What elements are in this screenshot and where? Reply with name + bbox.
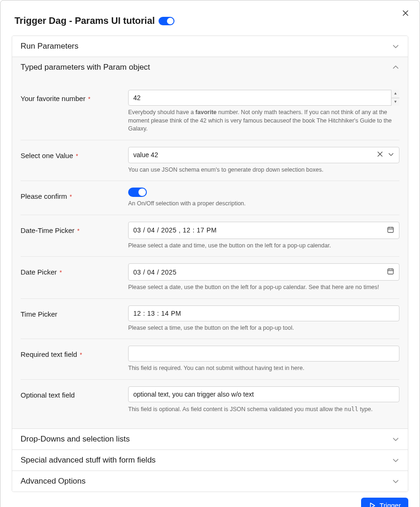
required-text-input[interactable] — [128, 346, 399, 362]
section-title: Drop-Downs and selection lists — [21, 435, 130, 444]
row-time: Time Picker 12 : 13 : 14 PM Please selec… — [21, 298, 399, 339]
field-helper: Please select a time, use the button on … — [128, 324, 399, 333]
trigger-dag-modal: Trigger Dag - Params UI tutorial Run Par… — [0, 0, 420, 507]
close-icon — [402, 10, 409, 18]
row-required-text: Required text field * This field is requ… — [21, 339, 399, 379]
field-label: Required text field * — [21, 346, 128, 358]
svg-rect-0 — [388, 227, 393, 232]
section-dropdowns[interactable]: Drop-Downs and selection lists — [12, 428, 408, 449]
field-helper: This field is required. You can not subm… — [128, 364, 399, 373]
modal-title: Trigger Dag - Params UI tutorial — [14, 15, 155, 26]
field-helper: This field is optional. As field content… — [128, 405, 399, 414]
number-spinner: ▲ ▼ — [391, 90, 399, 106]
spinner-down-button[interactable]: ▼ — [391, 98, 399, 106]
required-marker: * — [87, 95, 91, 102]
trigger-button[interactable]: Trigger — [361, 498, 408, 507]
section-title: Typed parameters with Param object — [21, 63, 150, 72]
clear-icon[interactable] — [377, 151, 383, 159]
field-helper: You can use JSON schema enum's to genera… — [128, 166, 399, 174]
play-icon — [369, 502, 376, 507]
section-special[interactable]: Special advanced stuff with form fields — [12, 449, 408, 471]
row-favorite-number: Your favorite number * ▲ ▼ — [21, 83, 399, 140]
time-input[interactable]: 12 : 13 : 14 PM — [128, 305, 399, 321]
row-confirm: Please confirm * An On/Off selection wit… — [21, 181, 399, 215]
confirm-toggle[interactable] — [128, 188, 147, 197]
optional-text-input[interactable] — [128, 386, 399, 402]
field-label: Optional text field — [21, 386, 128, 399]
trigger-label: Trigger — [380, 502, 401, 507]
chevron-down-icon — [392, 456, 399, 464]
section-title: Special advanced stuff with form fields — [21, 456, 156, 465]
chevron-down-icon — [392, 43, 399, 50]
accordion: Run Parameters Typed parameters with Par… — [12, 36, 408, 492]
calendar-icon[interactable] — [387, 268, 394, 276]
required-marker: * — [74, 152, 78, 159]
section-advanced-options[interactable]: Advanced Options — [12, 471, 408, 492]
chevron-down-icon — [392, 478, 399, 485]
datetime-input[interactable]: 03 / 04 / 2025 , 12 : 17 PM — [128, 222, 399, 239]
field-helper: Everybody should have a favorite number.… — [128, 109, 399, 133]
row-optional-text: Optional text field This field is option… — [21, 379, 399, 420]
chevron-down-icon — [392, 435, 399, 443]
svg-rect-1 — [388, 269, 393, 274]
section-typed-body: Your favorite number * ▲ ▼ — [12, 78, 408, 428]
field-label: Time Picker — [21, 305, 128, 318]
favorite-number-input[interactable] — [128, 90, 399, 106]
field-label: Please confirm * — [21, 188, 128, 200]
required-marker: * — [68, 193, 72, 200]
field-helper: Please select a date and time, use the b… — [128, 242, 399, 250]
chevron-down-icon — [388, 151, 394, 159]
row-datetime: Date-Time Picker * 03 / 04 / 2025 , 12 :… — [21, 215, 399, 257]
field-label: Select one Value * — [21, 147, 128, 159]
required-marker: * — [75, 227, 80, 234]
field-helper: An On/Off selection with a proper descri… — [128, 200, 399, 208]
chevron-up-icon — [392, 64, 399, 71]
date-value: 03 / 04 / 2025 — [133, 268, 177, 276]
datetime-value: 03 / 04 / 2025 , 12 : 17 PM — [133, 226, 217, 234]
modal-footer: Trigger — [361, 498, 408, 507]
select-value: value 42 — [133, 151, 158, 159]
section-title: Advanced Options — [21, 477, 86, 486]
field-label: Date Picker * — [21, 263, 128, 276]
spinner-up-button[interactable]: ▲ — [391, 90, 399, 98]
required-marker: * — [78, 351, 82, 358]
calendar-icon[interactable] — [387, 226, 394, 235]
section-typed-parameters[interactable]: Typed parameters with Param object — [12, 57, 408, 78]
field-label: Date-Time Picker * — [21, 222, 128, 234]
field-label: Your favorite number * — [21, 90, 128, 102]
row-date: Date Picker * 03 / 04 / 2025 Please sele… — [21, 256, 399, 298]
caret-up-icon: ▲ — [394, 92, 398, 95]
time-value: 12 : 13 : 14 PM — [133, 310, 181, 317]
header-toggle[interactable] — [159, 17, 174, 25]
close-button[interactable] — [401, 9, 410, 18]
row-select-one: Select one Value * value 42 — [21, 140, 399, 181]
section-title: Run Parameters — [21, 42, 79, 51]
section-run-parameters[interactable]: Run Parameters — [12, 36, 408, 57]
date-input[interactable]: 03 / 04 / 2025 — [128, 263, 399, 281]
caret-down-icon: ▼ — [394, 100, 398, 104]
select-one-dropdown[interactable]: value 42 — [128, 147, 399, 163]
modal-header: Trigger Dag - Params UI tutorial — [14, 15, 406, 26]
field-helper: Please select a date, use the button on … — [128, 283, 399, 292]
required-marker: * — [58, 269, 62, 276]
